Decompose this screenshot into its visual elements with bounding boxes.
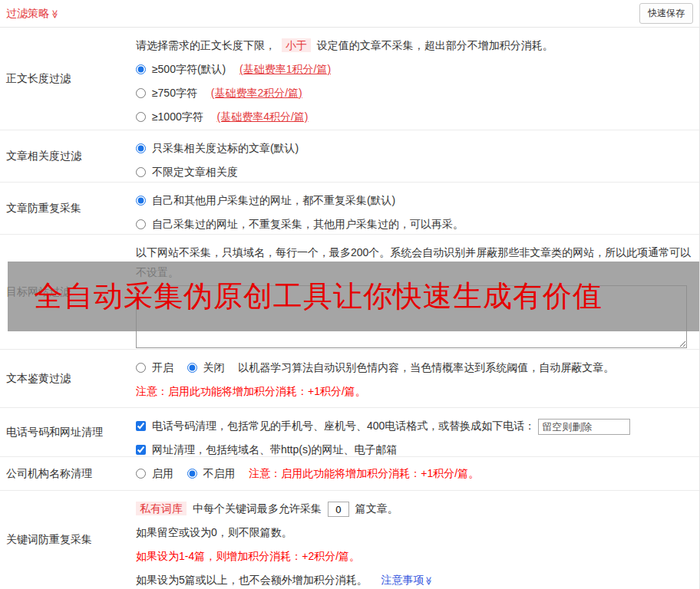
length-option-750: ≥750字符 (基础费率2积分/篇) xyxy=(136,81,693,105)
radio-length-750[interactable]: ≥750字符 xyxy=(136,87,200,99)
radio-relevance-any[interactable]: 不限定文章相关度 xyxy=(136,166,238,178)
radio-porn-off-input[interactable] xyxy=(187,363,197,373)
length-option-1000: ≥1000字符 (基础费率4积分/篇) xyxy=(136,105,693,129)
radio-length-500[interactable]: ≥500字符(默认) xyxy=(136,63,229,75)
row-label-keyword-dedup: 关键词防重复采集 xyxy=(0,491,136,589)
intro-after: 设定值的文章不采集，超出部分不增加积分消耗。 xyxy=(317,39,553,51)
radio-company-off-input[interactable] xyxy=(187,469,197,479)
radio-label: 不启用 xyxy=(203,467,236,479)
radio-dedup-self-only[interactable]: 自己采集过的网址，不重复采集，其他用户采集过的，可以再采。 xyxy=(136,218,464,230)
row-label-phone-url-clean: 电话号码和网址清理 xyxy=(0,408,136,456)
length-1000-rate-note: (基础费率4积分/篇) xyxy=(217,110,309,123)
checkbox-phone-clean-input[interactable] xyxy=(136,421,146,431)
radio-dedup-self-only-input[interactable] xyxy=(136,219,146,229)
chevron-down-icon: ≫ xyxy=(50,9,60,18)
radio-length-500-input[interactable] xyxy=(136,64,146,74)
target-sites-desc: 以下网站不采集，只填域名，每行一个，最多200个。系统会自动识别并屏蔽那些非文章… xyxy=(136,241,693,282)
row-porn-filter: 文本鉴黄过滤 开启 关闭 以机器学习算法自动识别色情内容，当色情概率达到系统阈值… xyxy=(0,350,699,408)
radio-label: ≥500字符(默认) xyxy=(152,63,226,75)
row-keyword-dedup: 关键词防重复采集 私有词库 中每个关键词最多允许采集 篇文章。 如果留空或设为0… xyxy=(0,491,699,589)
checkbox-url-clean-input[interactable] xyxy=(136,445,146,455)
replacement-phone-input[interactable] xyxy=(538,419,630,435)
row-keyword-dedup-content: 私有词库 中每个关键词最多允许采集 篇文章。 如果留空或设为0，则不限篇数。 如… xyxy=(136,491,699,589)
radio-company-on[interactable]: 启用 xyxy=(136,467,177,479)
length-option-500: ≥500字符(默认) (基础费率1积分/篇) xyxy=(136,58,693,81)
chevron-down-icon: ≫ xyxy=(417,577,441,586)
notice-link[interactable]: 注意事项≫ xyxy=(381,574,434,586)
row-company-clean: 公司机构名称清理 启用 不启用 注意：启用此功能将增加积分消耗：+1积分/篇。 xyxy=(0,457,699,491)
row-label-company-clean: 公司机构名称清理 xyxy=(0,457,136,490)
radio-label: 关闭 xyxy=(203,361,225,373)
row-label-target-sites: 目标网站过滤 xyxy=(0,235,136,349)
row-label-content-length: 正文长度过滤 xyxy=(0,28,136,130)
keyword-note-cost: 如果设为1-4篇，则增加积分消耗：+2积分/篇。 xyxy=(136,545,693,568)
row-target-sites-content: 以下网站不采集，只填域名，每行一个，最多200个。系统会自动识别并屏蔽那些非文章… xyxy=(136,235,699,349)
page-title-text: 过滤策略 xyxy=(6,7,49,19)
content-length-intro: 请选择需求的正文长度下限， 小于 设定值的文章不采集，超出部分不增加积分消耗。 xyxy=(136,34,693,58)
row-content-length: 正文长度过滤 请选择需求的正文长度下限， 小于 设定值的文章不采集，超出部分不增… xyxy=(0,28,699,130)
row-phone-url-clean-content: 电话号码清理，包括常见的手机号、座机号、400电话格式，或替换成如下电话： 网址… xyxy=(136,408,699,456)
radio-label: 不限定文章相关度 xyxy=(152,166,238,178)
row-content-length-options: 请选择需求的正文长度下限， 小于 设定值的文章不采集，超出部分不增加积分消耗。 … xyxy=(136,28,699,130)
radio-porn-on[interactable]: 开启 xyxy=(136,361,177,373)
row-label-porn-filter: 文本鉴黄过滤 xyxy=(0,350,136,407)
row-relevance: 文章相关度过滤 只采集相关度达标的文章(默认) 不限定文章相关度 xyxy=(0,130,699,183)
radio-label: 启用 xyxy=(152,467,173,479)
keyword-note-five: 如果设为5篇或以上，也不会额外增加积分消耗。 xyxy=(136,574,368,586)
row-dedup-options: 自己和其他用户采集过的网址，都不重复采集(默认) 自己采集过的网址，不重复采集，… xyxy=(136,183,699,234)
radio-label: ≥750字符 xyxy=(152,87,197,99)
row-company-clean-content: 启用 不启用 注意：启用此功能将增加积分消耗：+1积分/篇。 xyxy=(136,457,699,490)
checkbox-phone-clean[interactable]: 电话号码清理，包括常见的手机号、座机号、400电话格式，或替换成如下电话： xyxy=(136,420,538,432)
radio-company-off[interactable]: 不启用 xyxy=(187,467,239,479)
radio-relevance-strict-input[interactable] xyxy=(136,143,146,153)
row-phone-url-clean: 电话号码和网址清理 电话号码清理，包括常见的手机号、座机号、400电话格式，或替… xyxy=(0,408,699,457)
filter-strategy-page: 过滤策略≫ 快速保存 正文长度过滤 请选择需求的正文长度下限， 小于 设定值的文… xyxy=(0,0,700,589)
length-500-rate-note: (基础费率1积分/篇) xyxy=(239,63,331,75)
radio-label: ≥1000字符 xyxy=(152,110,203,123)
porn-filter-desc: 以机器学习算法自动识别色情内容，当色情概率达到系统阈值，自动屏蔽文章。 xyxy=(238,361,614,373)
radio-label: 自己采集过的网址，不重复采集，其他用户采集过的，可以再采。 xyxy=(152,218,464,230)
private-lexicon-badge: 私有词库 xyxy=(136,502,187,515)
keyword-note-zero: 如果留空或设为0，则不限篇数。 xyxy=(136,521,693,545)
row-target-sites: 目标网站过滤 以下网站不采集，只填域名，每行一个，最多200个。系统会自动识别并… xyxy=(0,235,699,350)
row-dedup: 文章防重复采集 自己和其他用户采集过的网址，都不重复采集(默认) 自己采集过的网… xyxy=(0,183,699,235)
row-relevance-options: 只采集相关度达标的文章(默认) 不限定文章相关度 xyxy=(136,130,699,182)
radio-length-1000[interactable]: ≥1000字符 xyxy=(136,110,206,123)
radio-relevance-any-input[interactable] xyxy=(136,167,146,177)
company-clean-warning: 注意：启用此功能将增加积分消耗：+1积分/篇。 xyxy=(249,467,479,479)
radio-length-1000-input[interactable] xyxy=(136,112,146,122)
radio-dedup-all-users[interactable]: 自己和其他用户采集过的网址，都不重复采集(默认) xyxy=(136,194,395,206)
page-title: 过滤策略≫ xyxy=(6,7,60,21)
checkbox-label: 网址清理，包括纯域名、带http(s)的网址、电子邮箱 xyxy=(152,443,398,456)
quick-save-button[interactable]: 快速保存 xyxy=(639,3,693,24)
radio-label: 自己和其他用户采集过的网址，都不重复采集(默认) xyxy=(152,194,395,206)
porn-filter-warning: 注意：启用此功能将增加积分消耗：+1积分/篇。 xyxy=(136,380,693,403)
page-header: 过滤策略≫ 快速保存 xyxy=(0,0,699,28)
checkbox-label: 电话号码清理，包括常见的手机号、座机号、400电话格式，或替换成如下电话： xyxy=(152,420,535,432)
intro-highlight: 小于 xyxy=(282,38,311,52)
row-label-relevance: 文章相关度过滤 xyxy=(0,130,136,182)
checkbox-url-clean[interactable]: 网址清理，包括纯域名、带http(s)的网址、电子邮箱 xyxy=(136,443,398,456)
row-porn-filter-content: 开启 关闭 以机器学习算法自动识别色情内容，当色情概率达到系统阈值，自动屏蔽文章… xyxy=(136,350,699,407)
length-750-rate-note: (基础费率2积分/篇) xyxy=(211,87,302,99)
radio-porn-off[interactable]: 关闭 xyxy=(187,361,228,373)
radio-length-750-input[interactable] xyxy=(136,88,146,98)
radio-label: 开启 xyxy=(152,361,173,373)
radio-porn-on-input[interactable] xyxy=(136,363,146,373)
keyword-limit-tail: 篇文章。 xyxy=(355,502,398,515)
radio-dedup-all-users-input[interactable] xyxy=(136,196,146,206)
keyword-limit-input[interactable] xyxy=(328,502,349,517)
intro-before: 请选择需求的正文长度下限， xyxy=(136,39,276,51)
radio-label: 只采集相关度达标的文章(默认) xyxy=(152,142,299,154)
blocked-sites-textarea[interactable] xyxy=(136,285,687,348)
row-label-dedup: 文章防重复采集 xyxy=(0,183,136,234)
radio-company-on-input[interactable] xyxy=(136,469,146,479)
keyword-limit-text: 中每个关键词最多允许采集 xyxy=(193,502,322,515)
radio-relevance-strict[interactable]: 只采集相关度达标的文章(默认) xyxy=(136,142,299,154)
